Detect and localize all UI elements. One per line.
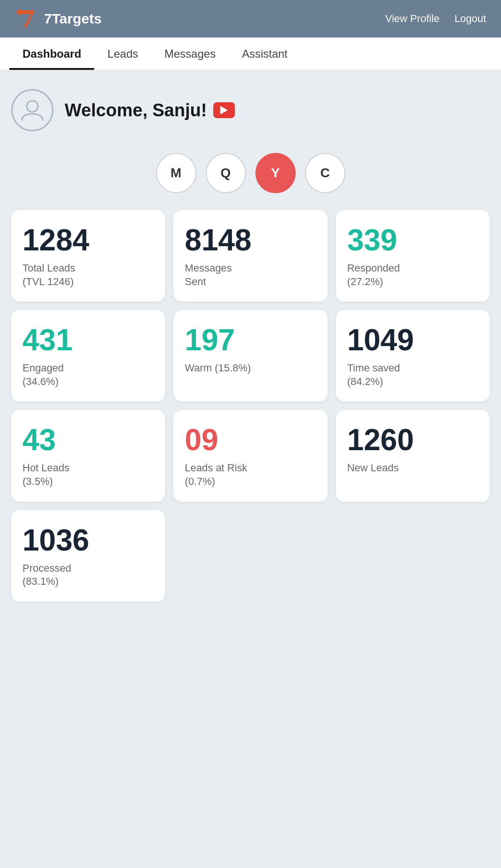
nav-assistant[interactable]: Assistant [229,38,300,70]
stat-label-messages-sent: MessagesSent [185,262,316,288]
main-content: Welcome, Sanju! M Q Y C 1284 Total Leads… [0,70,501,616]
view-profile-link[interactable]: View Profile [385,13,440,25]
stat-card-new-leads[interactable]: 1260 New Leads [336,410,490,501]
logo-area: 7Targets [15,7,102,31]
stat-label-responded: Responded(27.2%) [347,262,479,288]
logo-icon [15,7,39,31]
stats-grid: 1284 Total Leads(TVL 1246) 8148 Messages… [11,210,490,602]
stat-label-time-saved: Time saved(84.2%) [347,362,479,388]
filter-btn-c[interactable]: C [305,153,345,193]
stat-number-total-leads: 1284 [22,225,154,255]
stat-number-warm: 197 [185,325,316,355]
nav-dashboard[interactable]: Dashboard [9,38,94,70]
filter-btn-y[interactable]: Y [255,153,296,193]
nav-leads[interactable]: Leads [94,38,151,70]
welcome-section: Welcome, Sanju! [11,84,490,136]
nav-messages[interactable]: Messages [151,38,229,70]
stat-card-messages-sent[interactable]: 8148 MessagesSent [173,210,327,302]
stat-number-responded: 339 [347,225,479,255]
navbar: Dashboard Leads Messages Assistant [0,38,501,70]
filter-btn-m[interactable]: M [156,153,196,193]
svg-point-2 [27,101,38,112]
stat-label-hot-leads: Hot Leads(3.5%) [22,461,154,488]
stat-number-hot-leads: 43 [22,425,154,455]
filter-btn-q[interactable]: Q [206,153,246,193]
stat-number-messages-sent: 8148 [185,225,316,255]
filter-section: M Q Y C [11,153,490,193]
stat-label-processed: Processed(83.1%) [22,562,154,589]
header-actions: View Profile Logout [385,13,486,25]
stat-card-total-leads[interactable]: 1284 Total Leads(TVL 1246) [11,210,165,302]
stat-number-processed: 1036 [22,525,154,555]
avatar-icon [18,96,46,124]
stat-card-warm[interactable]: 197 Warm (15.8%) [173,310,327,401]
welcome-text: Welcome, Sanju! [65,100,235,121]
stat-number-leads-at-risk: 09 [185,425,316,455]
avatar [11,89,53,131]
stat-number-time-saved: 1049 [347,325,479,355]
stat-label-leads-at-risk: Leads at Risk(0.7%) [185,461,316,488]
stat-card-time-saved[interactable]: 1049 Time saved(84.2%) [336,310,490,401]
stat-card-responded[interactable]: 339 Responded(27.2%) [336,210,490,302]
app-header: 7Targets View Profile Logout [0,0,501,38]
stat-card-hot-leads[interactable]: 43 Hot Leads(3.5%) [11,410,165,501]
stat-label-total-leads: Total Leads(TVL 1246) [22,262,154,288]
stat-label-warm: Warm (15.8%) [185,362,316,375]
stat-number-new-leads: 1260 [347,425,479,455]
stat-label-engaged: Engaged(34.6%) [22,362,154,388]
stat-card-processed[interactable]: 1036 Processed(83.1%) [11,510,165,602]
youtube-button[interactable] [213,102,235,118]
svg-point-1 [17,9,22,15]
logo-text: 7Targets [44,11,102,27]
stat-card-leads-at-risk[interactable]: 09 Leads at Risk(0.7%) [173,410,327,501]
stat-label-new-leads: New Leads [347,461,479,475]
stat-number-engaged: 431 [22,325,154,355]
stat-card-engaged[interactable]: 431 Engaged(34.6%) [11,310,165,401]
logout-link[interactable]: Logout [455,13,486,25]
